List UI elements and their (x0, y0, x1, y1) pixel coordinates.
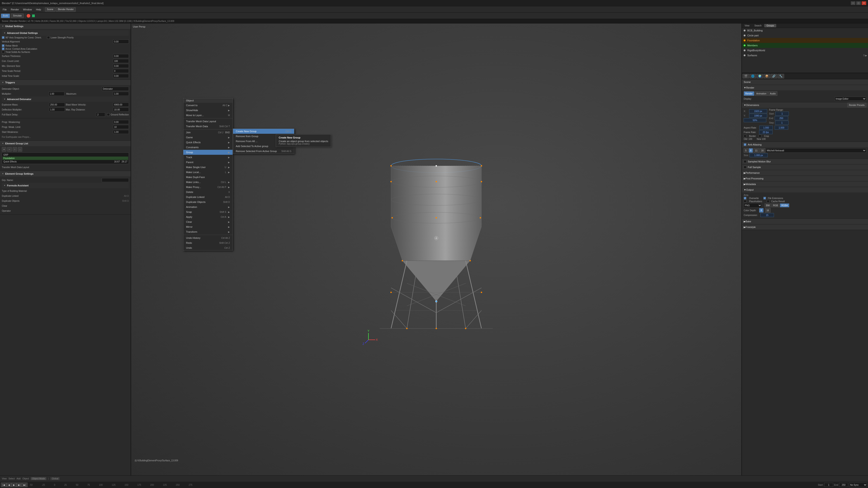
format-select[interactable]: PNG (744, 203, 762, 207)
accur-checkbox[interactable]: ✓ (2, 47, 4, 50)
aa-16-btn[interactable]: 16 (760, 148, 765, 153)
timeline-prev-btn[interactable]: ◀ (6, 483, 11, 487)
frame-step-input[interactable] (775, 121, 789, 125)
object-mode-badge[interactable]: Object Mode (31, 477, 46, 480)
quick-effects-row[interactable]: Quick Effects 16.67 29.17 (2, 160, 128, 163)
cm-undo-history[interactable]: Undo History Ctrl Alt Z (183, 235, 232, 240)
timeline-end-btn[interactable]: ▶| (22, 483, 28, 487)
post-processing-header[interactable]: ▶ Post Processing (742, 176, 868, 181)
crop-checkbox[interactable] (758, 135, 761, 137)
play-indicator[interactable] (32, 14, 35, 17)
start-weakness-input[interactable] (113, 130, 129, 134)
sync-select[interactable]: No Sync (849, 483, 867, 487)
snap90-checkbox[interactable]: ✓ (2, 36, 4, 39)
cm-animation[interactable]: Animation ▶ (183, 204, 232, 209)
output-header[interactable]: ▼ Output (742, 187, 868, 193)
build-button[interactable]: Build (1, 13, 10, 18)
aa-checkbox[interactable]: ✓ (744, 143, 746, 146)
scene-header[interactable]: Scene (742, 79, 868, 85)
aspect-y-input[interactable] (775, 126, 788, 130)
maximum-input[interactable] (113, 92, 129, 96)
cm-mirror[interactable]: Mirror ▶ (183, 224, 232, 229)
prop-modifier-icon[interactable]: 🔧 (778, 74, 784, 78)
outliner-foundation[interactable]: Foundation (742, 38, 868, 43)
maximize-button[interactable]: □ (856, 1, 861, 5)
max-ray-input[interactable] (113, 107, 129, 111)
display-select[interactable]: Image Editor (835, 97, 866, 101)
color-depth-16-btn[interactable]: 16 (765, 208, 771, 213)
cm-delete[interactable]: Delete X (183, 190, 232, 195)
initial-time-input[interactable] (113, 74, 129, 78)
aa-size-input[interactable] (749, 153, 768, 157)
cm-constraints[interactable]: Constraints ▶ (183, 145, 232, 150)
cm-track[interactable]: Track ▶ (183, 155, 232, 160)
dimensions-header[interactable]: ▼ Dimensions Render Presets (742, 102, 868, 108)
element-group-list-header[interactable]: ▼ Element Group List (0, 141, 131, 146)
min-element-input[interactable] (113, 64, 129, 68)
render-header[interactable]: ▼ Render (742, 85, 868, 90)
cm-parent[interactable]: Parent ▶ (183, 160, 232, 165)
progr-limit-input[interactable] (113, 125, 129, 129)
con-count-input[interactable] (113, 59, 129, 63)
cm-join[interactable]: Join Ctrl J BND (183, 130, 232, 135)
res-y-input[interactable] (749, 113, 767, 118)
cm-make-dupli-face[interactable]: Make Dupli-Face (183, 175, 232, 180)
bw-btn[interactable]: BW (765, 203, 771, 207)
metadata-header[interactable]: ▶ Metadata (742, 182, 868, 187)
nav-object[interactable]: Object (22, 477, 29, 480)
placeholders-checkbox[interactable] (744, 200, 746, 203)
cm-game[interactable]: Game ▶ (183, 135, 232, 140)
cm-quick-effects[interactable]: Quick Effects ▶ (183, 140, 232, 145)
detonator-input[interactable] (102, 87, 129, 91)
cm-transfer-mesh-layout[interactable]: Transfer Mesh Data Layout (183, 119, 232, 124)
full-sample-header[interactable]: Full Sample (742, 164, 868, 170)
cm-undo[interactable]: Undo Ctrl Z (183, 246, 232, 250)
minimize-button[interactable]: ─ (851, 1, 855, 5)
triggers-header[interactable]: ▼ Triggers (0, 80, 131, 85)
deflection-input[interactable] (49, 107, 65, 111)
cm-convert-to[interactable]: Convert to Alt C ▶ (183, 103, 232, 108)
gs-create-new-group[interactable]: Create New Group Ctrl G (233, 129, 294, 134)
outliner-bcb-building[interactable]: BCB_Building (742, 28, 868, 33)
timeline-start-btn[interactable]: |◀ (1, 483, 6, 487)
prop-render-icon[interactable]: 🎬 (743, 74, 749, 78)
cm-snap[interactable]: Snap Shift S ▶ (183, 209, 232, 215)
cache-result-checkbox[interactable] (767, 200, 770, 203)
gs-remove-selected[interactable]: Remove Selected From Active Group Shift … (233, 149, 294, 154)
menu-render[interactable]: Render (9, 8, 21, 11)
motion-blur-checkbox[interactable] (744, 160, 746, 163)
timeline-next-btn[interactable]: ▶| (17, 483, 22, 487)
bake-header[interactable]: ▶ Bake (742, 219, 868, 224)
prop-constraint-icon[interactable]: 🔗 (771, 74, 777, 78)
cm-redo[interactable]: Redo Shift Ctrl Z (183, 240, 232, 246)
cm-group[interactable]: Group ▶ (183, 150, 232, 155)
nav-select[interactable]: Select (8, 477, 15, 480)
global-label[interactable]: Global (51, 477, 60, 480)
outliner-circle-part[interactable]: Circle part (742, 33, 868, 38)
frame-end-ctrl[interactable] (839, 483, 848, 487)
aa-11-btn[interactable]: 11 (753, 148, 759, 153)
cm-move-to-layer[interactable]: Move to Layer... M (183, 113, 232, 118)
aspect-x-input[interactable] (759, 126, 773, 130)
prop-object-icon[interactable]: 📦 (764, 74, 770, 78)
explosive-input[interactable] (49, 103, 65, 107)
cm-duplicate-linked[interactable]: Duplicate Linked Alt D (183, 195, 232, 199)
close-button[interactable]: ✕ (862, 1, 866, 5)
timeline-play-btn[interactable]: ▶ (11, 483, 17, 487)
lower-strength-checkbox[interactable] (47, 36, 50, 39)
frame-start-ctrl[interactable] (824, 483, 833, 487)
file-extensions-checkbox[interactable]: ✓ (763, 197, 766, 199)
cm-clear[interactable]: Clear ▶ (183, 219, 232, 224)
full-sample-checkbox[interactable] (744, 166, 746, 168)
render-presets-btn[interactable]: Render Presets (847, 103, 866, 107)
foundation-row[interactable]: Foundation (2, 157, 128, 160)
cm-make-local[interactable]: Make Local... L ▶ (183, 170, 232, 175)
blast-input[interactable] (113, 103, 129, 107)
menu-window[interactable]: Window (21, 8, 34, 11)
simulate-button[interactable]: Simulate (11, 13, 24, 18)
percent-input[interactable] (744, 118, 766, 122)
progr-weak-input[interactable] (113, 120, 129, 124)
cm-make-proxy[interactable]: Make Proxy... Ctrl Alt P ▶ (183, 185, 232, 190)
global-settings-header[interactable]: ▼ Global Settings (0, 24, 131, 29)
cm-make-single-user[interactable]: Make Single User U ▶ (183, 165, 232, 170)
